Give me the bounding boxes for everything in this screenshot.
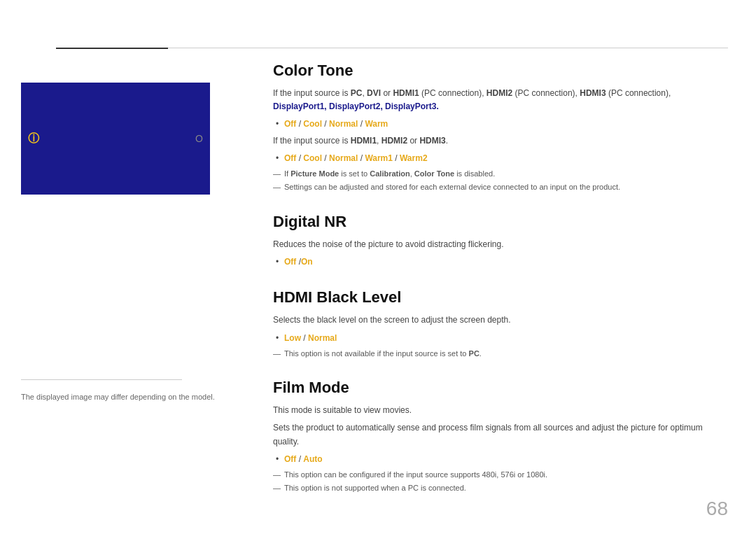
color-tone-note-1: If Picture Mode is set to Calibration, C… [273, 168, 728, 180]
left-panel-note: The displayed image may differ depending… [21, 393, 217, 401]
page-number: 68 [706, 498, 728, 520]
color-tone-hdmi-note: If the input source is HDMI1, HDMI2 or H… [273, 134, 728, 148]
color-tone-note-2: Settings can be adjusted and stored for … [273, 181, 728, 193]
ct-cool-2: Cool [303, 153, 322, 163]
digital-nr-bullet-list: Off /On [273, 255, 728, 269]
ct-cool-1: Cool [303, 119, 322, 129]
color-tone-bullet-list-2: Off / Cool / Normal / Warm1 / Warm2 [273, 152, 728, 165]
main-content: Color Tone If the input source is PC, DV… [273, 48, 728, 506]
film-mode-body: This mode is suitable to view movies. Se… [273, 404, 728, 494]
film-mode-bullet-list: Off / Auto [273, 453, 728, 466]
ct-warm2: Warm2 [400, 153, 428, 163]
hdmi-black-level-note: This option is not available if the inpu… [273, 348, 728, 360]
source-pc: PC [351, 88, 363, 98]
film-mode-note-2: This option is not supported when a PC i… [273, 482, 728, 494]
picture-mode-ref: Picture Mode [290, 169, 339, 178]
fm-off: Off [284, 454, 296, 464]
film-mode-desc2: Sets the product to automatically sense … [273, 421, 728, 448]
left-panel-divider [21, 379, 182, 380]
ct-warm-1: Warm [365, 119, 388, 129]
source-hdmi1: HDMI1 [393, 88, 419, 98]
hdmi2-ref: HDMI2 [382, 136, 407, 146]
dnr-off: Off [284, 257, 296, 267]
ct-normal-2: Normal [329, 153, 358, 163]
device-preview: ⓘ O [21, 83, 210, 195]
digital-nr-bullet: Off /On [273, 255, 728, 269]
color-tone-bullet-list-1: Off / Cool / Normal / Warm [273, 118, 728, 131]
hdmi-black-level-bullet: Low / Normal [273, 332, 728, 345]
section-hdmi-black-level: HDMI Black Level Selects the black level… [273, 288, 728, 359]
hdmi-black-level-bullet-list: Low / Normal [273, 332, 728, 345]
hdmi1-ref: HDMI1 [351, 136, 377, 146]
ct-off-1: Off [284, 119, 296, 129]
calibration-ref: Calibration [370, 169, 410, 178]
ct-warm1: Warm1 [365, 153, 393, 163]
hbl-normal: Normal [308, 333, 337, 343]
source-hdmi3: HDMI3 [580, 88, 606, 98]
color-tone-bullet-1: Off / Cool / Normal / Warm [273, 118, 728, 131]
ct-off-2: Off [284, 153, 296, 163]
color-tone-body: If the input source is PC, DVI or HDMI1 … [273, 87, 728, 193]
device-icon-left: ⓘ [28, 132, 39, 146]
ct-normal-1: Normal [329, 119, 358, 129]
source-dvi: DVI [367, 88, 381, 98]
digital-nr-title: Digital NR [273, 213, 728, 231]
hdmi3-ref: HDMI3 [419, 136, 445, 146]
color-tone-intro-text: If the input source is PC, DVI or HDMI1 … [273, 87, 728, 113]
color-tone-bullet-2: Off / Cool / Normal / Warm1 / Warm2 [273, 152, 728, 165]
source-hdmi2: HDMI2 [486, 88, 512, 98]
section-digital-nr: Digital NR Reduces the noise of the pict… [273, 213, 728, 269]
hdmi-black-level-body: Selects the black level on the screen to… [273, 314, 728, 359]
hdmi-black-level-title: HDMI Black Level [273, 288, 728, 307]
film-mode-bullet: Off / Auto [273, 453, 728, 466]
fm-auto: Auto [303, 454, 322, 464]
color-tone-ref: Color Tone [414, 169, 454, 178]
section-film-mode: Film Mode This mode is suitable to view … [273, 379, 728, 494]
digital-nr-body: Reduces the noise of the picture to avoi… [273, 238, 728, 269]
hbl-low: Low [284, 333, 301, 343]
color-tone-title: Color Tone [273, 62, 728, 80]
dnr-on: On [301, 257, 313, 267]
pc-ref: PC [469, 349, 479, 358]
source-displayport: DisplayPort1, DisplayPort2, DisplayPort3… [273, 101, 439, 111]
film-mode-note-1: This option can be configured if the inp… [273, 469, 728, 481]
device-icon-right: O [195, 133, 203, 144]
film-mode-title: Film Mode [273, 379, 728, 397]
hdmi-black-level-desc: Selects the black level on the screen to… [273, 314, 728, 327]
digital-nr-desc: Reduces the noise of the picture to avoi… [273, 238, 728, 251]
left-panel: ⓘ O The displayed image may differ depen… [0, 48, 266, 534]
section-color-tone: Color Tone If the input source is PC, DV… [273, 62, 728, 193]
film-mode-desc1: This mode is suitable to view movies. [273, 404, 728, 417]
